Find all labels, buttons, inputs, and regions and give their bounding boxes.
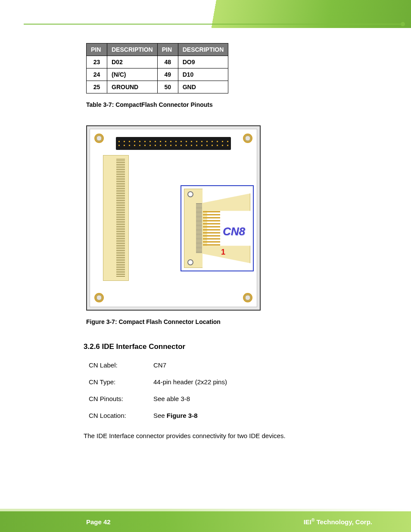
info-value: See Figure 3-8 [153,412,372,419]
info-label: CN Type: [89,378,153,386]
page-number: Page 42 [86,518,111,526]
section-heading: 3.2.6 IDE Interface Connector [84,342,372,351]
th-pin: PIN [87,44,107,56]
table-row: 23 D02 48 DO9 [87,56,228,68]
mount-hole-icon [243,293,252,302]
pin1-marker: 1 [221,248,225,257]
cn8-label: CN8 [223,225,245,238]
pinout-table: PIN DESCRIPTION PIN DESCRIPTION 23 D02 4… [86,43,228,93]
th-desc: DESCRIPTION [107,44,158,56]
cn8-contacts [203,211,220,246]
table-row: 24 (N/C) 49 D10 [87,68,228,81]
footer-bar: Page 42 IEI® Technology, Corp. [0,511,411,532]
th-desc: DESCRIPTION [178,44,228,56]
edge-connector [103,155,129,281]
figure-connector-location: CN8 1 [86,125,261,311]
table-caption: Table 3-7: CompactFlash Connector Pinout… [86,101,372,108]
info-label: CN Location: [89,412,153,419]
section-body: The IDE Interface connector provides con… [84,432,372,439]
info-label: CN Label: [89,361,153,369]
table-row: 25 GROUND 50 GND [87,81,228,93]
mount-hole-icon [94,293,104,302]
mount-hole-icon [243,134,252,143]
cn8-highlight: CN8 1 [181,185,254,271]
mount-hole-icon [94,134,104,143]
th-pin: PIN [157,44,178,56]
company-name: IEI® Technology, Corp. [304,518,372,526]
header-rule [24,24,402,25]
board-outline: CN8 1 [90,129,257,307]
info-value: 44-pin header (2x22 pins) [153,378,372,386]
header-connector [116,137,231,150]
cn8-contacts [196,203,202,253]
info-value: CN7 [153,361,372,369]
connector-info: CN Label: CN7 CN Type: 44-pin header (2x… [89,361,372,419]
info-label: CN Pinouts: [89,395,153,402]
figure-caption: Figure 3-7: Compact Flash Connector Loca… [86,318,372,325]
cn8-mount-holes [187,191,193,265]
page-content: PIN DESCRIPTION PIN DESCRIPTION 23 D02 4… [86,43,372,439]
info-value: See able 3-8 [153,395,372,402]
